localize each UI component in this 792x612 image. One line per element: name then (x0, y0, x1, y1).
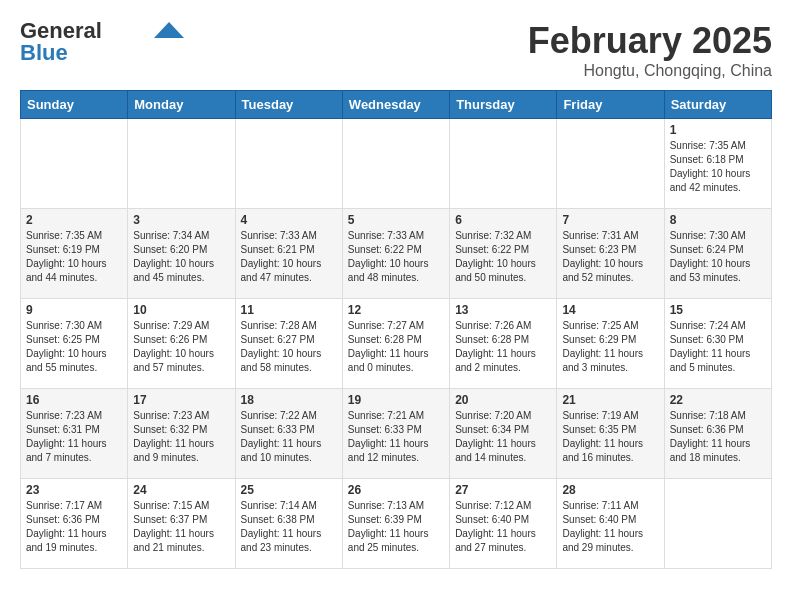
day-number: 28 (562, 483, 658, 497)
day-info: Sunrise: 7:18 AM Sunset: 6:36 PM Dayligh… (670, 409, 766, 465)
day-number: 3 (133, 213, 229, 227)
calendar-cell: 9Sunrise: 7:30 AM Sunset: 6:25 PM Daylig… (21, 299, 128, 389)
day-info: Sunrise: 7:12 AM Sunset: 6:40 PM Dayligh… (455, 499, 551, 555)
logo: General Blue (20, 20, 184, 64)
calendar-cell: 14Sunrise: 7:25 AM Sunset: 6:29 PM Dayli… (557, 299, 664, 389)
day-info: Sunrise: 7:31 AM Sunset: 6:23 PM Dayligh… (562, 229, 658, 285)
day-info: Sunrise: 7:30 AM Sunset: 6:25 PM Dayligh… (26, 319, 122, 375)
day-number: 1 (670, 123, 766, 137)
day-info: Sunrise: 7:21 AM Sunset: 6:33 PM Dayligh… (348, 409, 444, 465)
calendar-cell: 21Sunrise: 7:19 AM Sunset: 6:35 PM Dayli… (557, 389, 664, 479)
day-number: 16 (26, 393, 122, 407)
calendar-cell: 28Sunrise: 7:11 AM Sunset: 6:40 PM Dayli… (557, 479, 664, 569)
calendar-cell: 17Sunrise: 7:23 AM Sunset: 6:32 PM Dayli… (128, 389, 235, 479)
calendar-cell (342, 119, 449, 209)
calendar-week-3: 9Sunrise: 7:30 AM Sunset: 6:25 PM Daylig… (21, 299, 772, 389)
calendar-cell: 27Sunrise: 7:12 AM Sunset: 6:40 PM Dayli… (450, 479, 557, 569)
day-info: Sunrise: 7:35 AM Sunset: 6:19 PM Dayligh… (26, 229, 122, 285)
day-number: 5 (348, 213, 444, 227)
day-info: Sunrise: 7:17 AM Sunset: 6:36 PM Dayligh… (26, 499, 122, 555)
calendar-cell: 12Sunrise: 7:27 AM Sunset: 6:28 PM Dayli… (342, 299, 449, 389)
location: Hongtu, Chongqing, China (528, 62, 772, 80)
calendar-cell: 13Sunrise: 7:26 AM Sunset: 6:28 PM Dayli… (450, 299, 557, 389)
calendar-cell (21, 119, 128, 209)
weekday-header-friday: Friday (557, 91, 664, 119)
day-number: 8 (670, 213, 766, 227)
weekday-header-saturday: Saturday (664, 91, 771, 119)
day-number: 21 (562, 393, 658, 407)
day-info: Sunrise: 7:25 AM Sunset: 6:29 PM Dayligh… (562, 319, 658, 375)
day-info: Sunrise: 7:24 AM Sunset: 6:30 PM Dayligh… (670, 319, 766, 375)
calendar-cell: 10Sunrise: 7:29 AM Sunset: 6:26 PM Dayli… (128, 299, 235, 389)
day-number: 14 (562, 303, 658, 317)
logo-arrow-icon (154, 22, 184, 38)
day-info: Sunrise: 7:27 AM Sunset: 6:28 PM Dayligh… (348, 319, 444, 375)
day-info: Sunrise: 7:30 AM Sunset: 6:24 PM Dayligh… (670, 229, 766, 285)
day-number: 7 (562, 213, 658, 227)
svg-marker-0 (154, 22, 184, 38)
calendar-cell: 5Sunrise: 7:33 AM Sunset: 6:22 PM Daylig… (342, 209, 449, 299)
day-info: Sunrise: 7:23 AM Sunset: 6:32 PM Dayligh… (133, 409, 229, 465)
weekday-header-wednesday: Wednesday (342, 91, 449, 119)
calendar-week-1: 1Sunrise: 7:35 AM Sunset: 6:18 PM Daylig… (21, 119, 772, 209)
day-info: Sunrise: 7:28 AM Sunset: 6:27 PM Dayligh… (241, 319, 337, 375)
day-number: 12 (348, 303, 444, 317)
calendar-cell: 11Sunrise: 7:28 AM Sunset: 6:27 PM Dayli… (235, 299, 342, 389)
weekday-header-monday: Monday (128, 91, 235, 119)
calendar-cell: 1Sunrise: 7:35 AM Sunset: 6:18 PM Daylig… (664, 119, 771, 209)
calendar-cell: 4Sunrise: 7:33 AM Sunset: 6:21 PM Daylig… (235, 209, 342, 299)
title-block: February 2025 Hongtu, Chongqing, China (528, 20, 772, 80)
day-number: 4 (241, 213, 337, 227)
day-number: 18 (241, 393, 337, 407)
day-info: Sunrise: 7:35 AM Sunset: 6:18 PM Dayligh… (670, 139, 766, 195)
day-info: Sunrise: 7:23 AM Sunset: 6:31 PM Dayligh… (26, 409, 122, 465)
day-number: 26 (348, 483, 444, 497)
month-title: February 2025 (528, 20, 772, 62)
day-number: 13 (455, 303, 551, 317)
calendar-cell: 2Sunrise: 7:35 AM Sunset: 6:19 PM Daylig… (21, 209, 128, 299)
day-info: Sunrise: 7:11 AM Sunset: 6:40 PM Dayligh… (562, 499, 658, 555)
calendar-cell (128, 119, 235, 209)
calendar-table: SundayMondayTuesdayWednesdayThursdayFrid… (20, 90, 772, 569)
calendar-cell (235, 119, 342, 209)
day-info: Sunrise: 7:19 AM Sunset: 6:35 PM Dayligh… (562, 409, 658, 465)
day-number: 17 (133, 393, 229, 407)
day-info: Sunrise: 7:20 AM Sunset: 6:34 PM Dayligh… (455, 409, 551, 465)
calendar-cell (557, 119, 664, 209)
day-number: 11 (241, 303, 337, 317)
calendar-cell: 6Sunrise: 7:32 AM Sunset: 6:22 PM Daylig… (450, 209, 557, 299)
day-info: Sunrise: 7:32 AM Sunset: 6:22 PM Dayligh… (455, 229, 551, 285)
calendar-cell: 26Sunrise: 7:13 AM Sunset: 6:39 PM Dayli… (342, 479, 449, 569)
calendar-cell: 7Sunrise: 7:31 AM Sunset: 6:23 PM Daylig… (557, 209, 664, 299)
calendar-cell (664, 479, 771, 569)
day-number: 25 (241, 483, 337, 497)
logo-general: General (20, 20, 102, 42)
day-number: 2 (26, 213, 122, 227)
calendar-header-row: SundayMondayTuesdayWednesdayThursdayFrid… (21, 91, 772, 119)
day-number: 22 (670, 393, 766, 407)
weekday-header-thursday: Thursday (450, 91, 557, 119)
weekday-header-sunday: Sunday (21, 91, 128, 119)
calendar-cell: 15Sunrise: 7:24 AM Sunset: 6:30 PM Dayli… (664, 299, 771, 389)
day-info: Sunrise: 7:33 AM Sunset: 6:21 PM Dayligh… (241, 229, 337, 285)
calendar-week-2: 2Sunrise: 7:35 AM Sunset: 6:19 PM Daylig… (21, 209, 772, 299)
day-number: 10 (133, 303, 229, 317)
day-number: 24 (133, 483, 229, 497)
calendar-cell: 19Sunrise: 7:21 AM Sunset: 6:33 PM Dayli… (342, 389, 449, 479)
calendar-cell: 3Sunrise: 7:34 AM Sunset: 6:20 PM Daylig… (128, 209, 235, 299)
page-header: General Blue February 2025 Hongtu, Chong… (20, 20, 772, 80)
day-number: 9 (26, 303, 122, 317)
day-number: 27 (455, 483, 551, 497)
calendar-cell: 25Sunrise: 7:14 AM Sunset: 6:38 PM Dayli… (235, 479, 342, 569)
calendar-week-5: 23Sunrise: 7:17 AM Sunset: 6:36 PM Dayli… (21, 479, 772, 569)
calendar-cell: 22Sunrise: 7:18 AM Sunset: 6:36 PM Dayli… (664, 389, 771, 479)
weekday-header-tuesday: Tuesday (235, 91, 342, 119)
day-info: Sunrise: 7:29 AM Sunset: 6:26 PM Dayligh… (133, 319, 229, 375)
calendar-cell: 18Sunrise: 7:22 AM Sunset: 6:33 PM Dayli… (235, 389, 342, 479)
logo-blue: Blue (20, 42, 68, 64)
day-number: 15 (670, 303, 766, 317)
day-info: Sunrise: 7:15 AM Sunset: 6:37 PM Dayligh… (133, 499, 229, 555)
calendar-cell: 8Sunrise: 7:30 AM Sunset: 6:24 PM Daylig… (664, 209, 771, 299)
day-info: Sunrise: 7:22 AM Sunset: 6:33 PM Dayligh… (241, 409, 337, 465)
day-info: Sunrise: 7:26 AM Sunset: 6:28 PM Dayligh… (455, 319, 551, 375)
